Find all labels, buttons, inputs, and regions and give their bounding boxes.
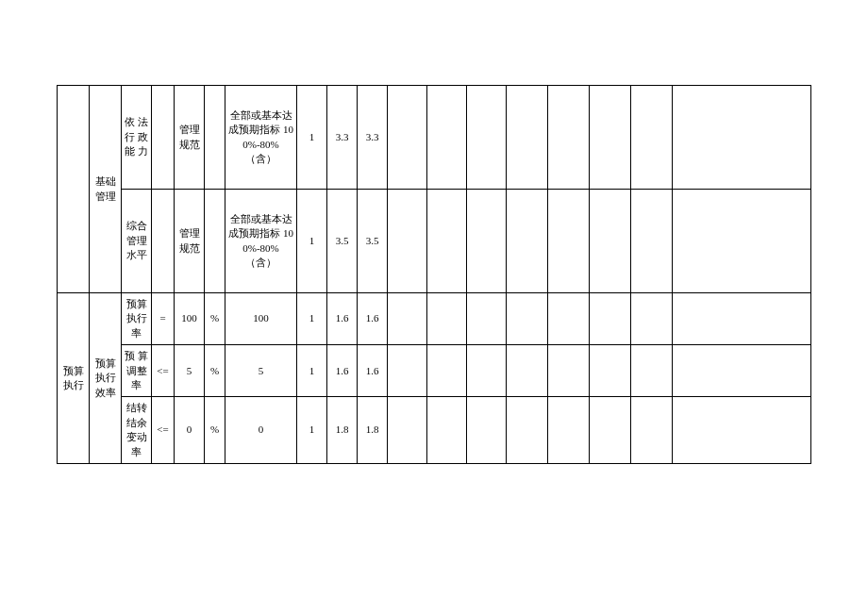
cell-l3: = — [152, 293, 175, 345]
cell — [427, 293, 467, 345]
cell-l6: 100 — [225, 293, 297, 345]
cell — [467, 397, 507, 464]
cell-l3 — [152, 86, 175, 190]
cell — [467, 86, 507, 190]
cell-l7: 1 — [297, 190, 327, 293]
cell — [548, 293, 590, 345]
cell-l5: % — [205, 345, 225, 397]
cell — [388, 293, 427, 345]
cell-l2: 综合管理水平 — [122, 190, 152, 293]
cell-l2: 结转结余变动率 — [122, 397, 152, 464]
cell — [507, 397, 548, 464]
cell — [507, 293, 548, 345]
cell — [673, 293, 811, 345]
cell-l4: 管理规范 — [175, 86, 205, 190]
cell-l7: 1 — [297, 86, 327, 190]
cell-l6: 全部或基本达成预期指标 100%-80%（含） — [225, 86, 297, 190]
cell — [673, 345, 811, 397]
cell — [590, 345, 631, 397]
cell-l7: 1 — [297, 293, 327, 345]
table-row: 综合管理水平 管理规范 全部或基本达成预期指标 100%-80%（含） 1 3.… — [58, 190, 811, 293]
cell-l4: 100 — [175, 293, 205, 345]
cell-l2: 预算执行率 — [122, 293, 152, 345]
cell-l8: 3.3 — [327, 86, 358, 190]
table-row: 预算执行 预算执行效率 预算执行率 = 100 % 100 1 1.6 1.6 — [58, 293, 811, 345]
cell — [590, 86, 631, 190]
cell-l8: 3.5 — [327, 190, 358, 293]
cell-l4: 0 — [175, 397, 205, 464]
cell-l4: 5 — [175, 345, 205, 397]
cell-l9: 3.5 — [358, 190, 388, 293]
cell-l8: 1.6 — [327, 293, 358, 345]
cell — [631, 86, 673, 190]
cell-l9: 1.6 — [358, 345, 388, 397]
budget-table: 基础管理 依 法行 政能 力 管理规范 全部或基本达成预期指标 100%-80%… — [57, 85, 811, 464]
table-row: 预 算调整率 <= 5 % 5 1 1.6 1.6 — [58, 345, 811, 397]
cell — [631, 293, 673, 345]
cell-l9: 1.6 — [358, 293, 388, 345]
cell — [548, 397, 590, 464]
cell-l6: 全部或基本达成预期指标 100%-80%（含） — [225, 190, 297, 293]
cell — [548, 86, 590, 190]
cell-l0: 预算执行 — [58, 293, 90, 464]
cell — [673, 190, 811, 293]
cell-l9: 1.8 — [358, 397, 388, 464]
cell-l6: 5 — [225, 345, 297, 397]
cell-l8: 1.6 — [327, 345, 358, 397]
cell — [590, 397, 631, 464]
cell-l3: <= — [152, 345, 175, 397]
table-row: 结转结余变动率 <= 0 % 0 1 1.8 1.8 — [58, 397, 811, 464]
cell — [467, 190, 507, 293]
cell — [467, 293, 507, 345]
cell-l5 — [205, 86, 225, 190]
cell-l8: 1.8 — [327, 397, 358, 464]
cell-l4: 管理规范 — [175, 190, 205, 293]
cell-l9: 3.3 — [358, 86, 388, 190]
cell — [507, 190, 548, 293]
cell — [631, 345, 673, 397]
cell — [631, 397, 673, 464]
cell-l0 — [58, 86, 90, 293]
cell — [673, 86, 811, 190]
cell-l5 — [205, 190, 225, 293]
cell — [427, 190, 467, 293]
cell-l3: <= — [152, 397, 175, 464]
cell — [507, 86, 548, 190]
cell — [507, 345, 548, 397]
table-row: 基础管理 依 法行 政能 力 管理规范 全部或基本达成预期指标 100%-80%… — [58, 86, 811, 190]
cell-l5: % — [205, 397, 225, 464]
cell-l7: 1 — [297, 345, 327, 397]
cell-l1: 基础管理 — [90, 86, 122, 293]
cell — [467, 345, 507, 397]
cell — [388, 397, 427, 464]
cell — [388, 345, 427, 397]
cell-l1: 预算执行效率 — [90, 293, 122, 464]
cell-l5: % — [205, 293, 225, 345]
cell — [673, 397, 811, 464]
cell — [590, 293, 631, 345]
cell — [631, 190, 673, 293]
cell — [548, 190, 590, 293]
cell — [590, 190, 631, 293]
cell — [388, 86, 427, 190]
cell-l2: 依 法行 政能 力 — [122, 86, 152, 190]
cell-l7: 1 — [297, 397, 327, 464]
cell-l6: 0 — [225, 397, 297, 464]
cell-l3 — [152, 190, 175, 293]
cell — [427, 397, 467, 464]
cell — [388, 190, 427, 293]
cell — [427, 86, 467, 190]
cell — [427, 345, 467, 397]
cell — [548, 345, 590, 397]
cell-l2: 预 算调整率 — [122, 345, 152, 397]
